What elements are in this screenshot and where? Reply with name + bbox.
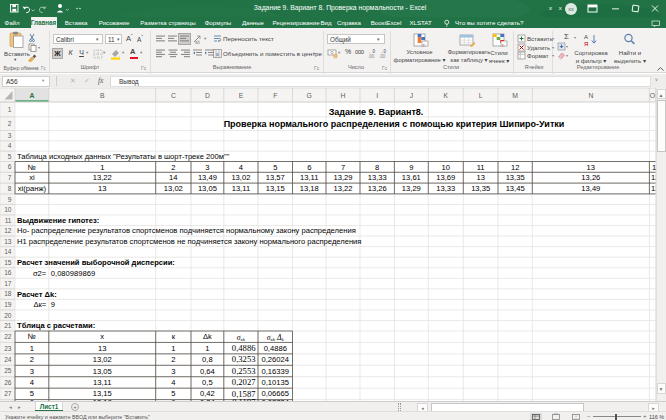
svg-text:J: J <box>410 92 413 99</box>
svg-text:G: G <box>307 92 312 99</box>
svg-text:1: 1 <box>8 106 12 113</box>
svg-text:9: 9 <box>409 163 413 172</box>
svg-text:13,69: 13,69 <box>436 173 455 182</box>
svg-text:13,33: 13,33 <box>368 173 387 182</box>
svg-text:0,26024: 0,26024 <box>262 355 289 364</box>
svg-text:N: N <box>588 92 593 99</box>
svg-text:2: 2 <box>30 355 34 364</box>
svg-text:13,02: 13,02 <box>231 173 250 182</box>
svg-text:3: 3 <box>171 367 175 376</box>
svg-text:H: H <box>341 92 346 99</box>
svg-text:13,35: 13,35 <box>471 184 490 193</box>
svg-text:17: 17 <box>4 280 12 287</box>
svg-text:Расчет Δk:: Расчет Δk: <box>17 290 57 299</box>
svg-text:22: 22 <box>4 333 12 340</box>
svg-text:E: E <box>239 92 244 99</box>
svg-text:Тблица с расчетами:: Тблица с расчетами: <box>17 321 95 330</box>
svg-text:9: 9 <box>8 196 12 203</box>
svg-text:Таблица исходных данных "Резул: Таблица исходных данных "Результаты в шо… <box>17 152 230 161</box>
svg-text:8: 8 <box>375 163 379 172</box>
svg-text:13,26: 13,26 <box>368 184 387 193</box>
svg-text:Проверка нормального распредел: Проверка нормального распределения с пом… <box>224 119 565 129</box>
svg-text:4: 4 <box>8 142 12 149</box>
svg-text:0,4886: 0,4886 <box>232 343 256 353</box>
svg-text:7: 7 <box>341 163 345 172</box>
svg-text:13,11: 13,11 <box>93 378 111 387</box>
svg-text:5: 5 <box>8 153 12 160</box>
svg-text:2: 2 <box>171 163 175 172</box>
svg-text:13: 13 <box>4 238 12 245</box>
svg-text:Δk: Δk <box>203 332 212 341</box>
svg-text:13,29: 13,29 <box>333 173 352 182</box>
svg-text:13,02: 13,02 <box>164 184 183 193</box>
svg-text:11: 11 <box>477 163 485 172</box>
svg-text:1: 1 <box>205 344 209 353</box>
svg-text:3: 3 <box>8 132 12 139</box>
svg-text:0,4886: 0,4886 <box>264 344 287 353</box>
svg-text:7: 7 <box>8 174 12 181</box>
svg-text:Задание 9. Вариант8.: Задание 9. Вариант8. <box>329 107 424 117</box>
svg-text:13,61: 13,61 <box>402 173 421 182</box>
svg-text:K: K <box>444 92 449 99</box>
svg-text:13,22: 13,22 <box>93 173 112 182</box>
svg-text:21: 21 <box>4 322 12 329</box>
svg-text:13: 13 <box>98 344 106 353</box>
svg-text:13,57: 13,57 <box>266 173 285 182</box>
svg-text:xi(ранж): xi(ранж) <box>18 184 47 193</box>
svg-text:13,11: 13,11 <box>300 173 318 182</box>
svg-text:0,2027: 0,2027 <box>232 377 256 387</box>
svg-text:5: 5 <box>273 163 277 172</box>
svg-text:Выдвижение гипотез:: Выдвижение гипотез: <box>17 216 99 225</box>
svg-text:12: 12 <box>511 163 519 172</box>
svg-text:.00: .00 <box>368 54 375 59</box>
svg-text:16: 16 <box>4 269 12 276</box>
svg-text:8: 8 <box>8 185 12 192</box>
svg-text:M: M <box>512 92 518 99</box>
svg-text:12: 12 <box>4 227 12 234</box>
svg-text:0,10135: 0,10135 <box>262 378 289 387</box>
svg-text:13: 13 <box>587 163 595 172</box>
svg-text:13,35: 13,35 <box>506 173 525 182</box>
svg-text:3: 3 <box>30 367 34 376</box>
svg-text:4: 4 <box>171 378 175 387</box>
svg-text:4: 4 <box>30 378 34 387</box>
svg-text:O: O <box>650 92 655 99</box>
svg-text:10: 10 <box>4 206 12 213</box>
svg-text:0,8: 0,8 <box>202 355 213 364</box>
svg-text:13,29: 13,29 <box>402 184 421 193</box>
svg-text:D: D <box>205 92 210 99</box>
svg-text:1: 1 <box>171 344 175 353</box>
svg-text:0,2553: 0,2553 <box>232 366 256 376</box>
svg-text:4: 4 <box>239 163 243 172</box>
svg-text:0,64: 0,64 <box>200 367 215 376</box>
svg-text:25: 25 <box>4 367 12 374</box>
svg-text:I: I <box>376 92 378 99</box>
svg-text:А: А <box>584 34 588 40</box>
svg-text:1: 1 <box>100 163 104 172</box>
svg-text:6: 6 <box>8 163 12 170</box>
svg-text:20: 20 <box>4 312 12 319</box>
svg-text:10: 10 <box>442 163 450 172</box>
svg-text:13,49: 13,49 <box>198 173 217 182</box>
svg-text:№: № <box>28 332 36 341</box>
svg-text:.00: .00 <box>379 54 386 59</box>
svg-text:13,22: 13,22 <box>333 184 352 193</box>
svg-text:18: 18 <box>4 290 12 297</box>
svg-text:13,15: 13,15 <box>266 184 285 193</box>
svg-text:13,26: 13,26 <box>581 173 600 182</box>
svg-text:№: № <box>28 163 36 172</box>
svg-text:9: 9 <box>51 300 55 309</box>
svg-text:0,5: 0,5 <box>202 378 213 387</box>
svg-text:Я: Я <box>584 41 588 47</box>
svg-text:0,3253: 0,3253 <box>232 354 256 364</box>
svg-text:L: L <box>479 92 483 99</box>
svg-text:Но- распределение результатов: Но- распределение результатов спортсмено… <box>17 226 356 235</box>
svg-text:13: 13 <box>98 184 106 193</box>
svg-text:23: 23 <box>4 345 12 352</box>
svg-text:Δк=: Δк= <box>33 300 46 309</box>
svg-text:ab: ab <box>195 40 201 45</box>
svg-text:C: C <box>171 92 176 99</box>
svg-text:13: 13 <box>476 173 484 182</box>
svg-text:Расчет значений выборочной дис: Расчет значений выборочной дисперсии: <box>17 258 175 267</box>
svg-text:13,05: 13,05 <box>198 184 217 193</box>
